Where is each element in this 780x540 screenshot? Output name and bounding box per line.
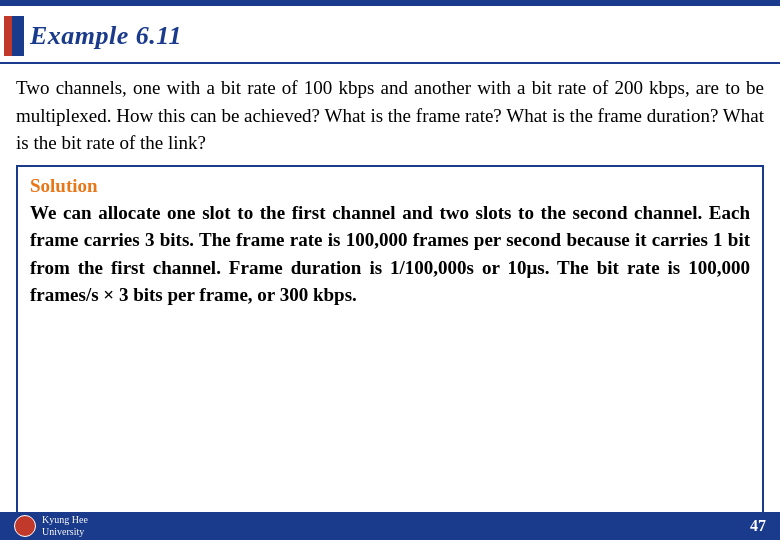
solution-text: We can allocate one slot to the first ch… [30,199,750,309]
page-number: 47 [750,517,766,535]
title-area: Example 6.11 [0,6,780,64]
bottom-bar: Kyung Hee University 47 [0,512,780,540]
content-area: Two channels, one with a bit rate of 100… [0,64,780,540]
solution-box: Solution We can allocate one slot to the… [16,165,764,540]
university-name: Kyung Hee University [42,514,88,538]
slide-title: Example 6.11 [30,21,182,51]
solution-heading: Solution [30,175,750,197]
title-accent-block [12,16,24,56]
problem-text: Two channels, one with a bit rate of 100… [16,74,764,157]
university-logo-area: Kyung Hee University [14,514,88,538]
university-logo-icon [14,515,36,537]
slide-container: Example 6.11 Two channels, one with a bi… [0,0,780,540]
